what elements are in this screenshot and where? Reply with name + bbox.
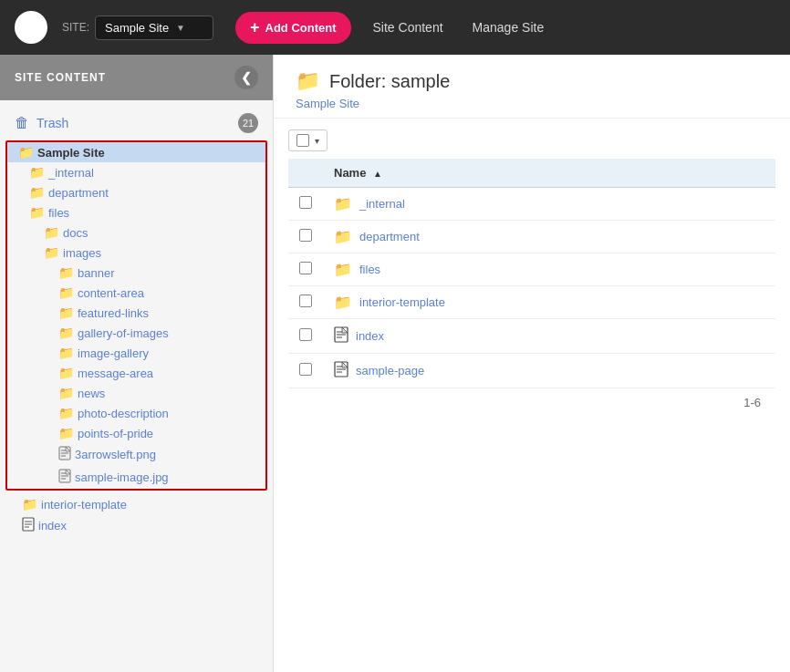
row-checkbox[interactable] [299,363,312,376]
select-all-checkbox[interactable] [296,134,309,147]
tree-label: department [48,186,109,200]
row-checkbox[interactable] [299,196,312,209]
row-name[interactable]: files [359,263,380,276]
row-name[interactable]: interior-template [359,295,445,309]
tree-item-featured-links[interactable]: 📁 featured-links [7,303,265,323]
tree-label: message-area [78,367,153,380]
tree-item-points-of-pride[interactable]: 📁 points-of-pride [7,423,265,443]
tree-item-content-area[interactable]: 📁 content-area [7,283,265,303]
tree-item-sample-site[interactable]: 📁 Sample Site [7,142,265,162]
row-page-icon [334,326,348,346]
row-name[interactable]: _internal [359,197,405,211]
pagination: 1-6 [288,388,775,417]
folder-icon: 📁 [58,326,74,340]
tree-label: news [78,387,105,400]
tree-item-message-area[interactable]: 📁 message-area [7,363,265,383]
row-checkbox[interactable] [299,229,312,242]
row-name[interactable]: index [356,329,384,343]
folder-icon: 📁 [44,245,59,260]
tree-item-photo-description[interactable]: 📁 photo-description [7,403,265,423]
content-table: Name ▲ 📁 _internal [288,159,775,388]
sidebar-header: SITE CONTENT ❮ [0,55,273,100]
collapse-button[interactable]: ❮ [234,66,258,89]
row-name[interactable]: sample-page [356,364,424,377]
folder-title-text: Folder: sample [329,71,450,92]
tree-label: featured-links [78,306,149,320]
manage-site-link[interactable]: Manage Site [465,16,552,38]
folder-icon: 📁 [29,165,45,180]
tree-item-internal[interactable]: 📁 _internal [7,162,265,182]
main-layout: SITE CONTENT ❮ 🗑 Trash 21 📁 Sample Site [0,55,790,672]
table-row: 📁 interior-template [288,286,775,319]
tree-label: points-of-pride [78,427,153,440]
folder-icon: 📁 [58,305,74,320]
tree-label: interior-template [41,498,127,512]
site-dropdown[interactable]: Sample Site ▼ [95,16,213,40]
col-name[interactable]: Name ▲ [323,159,775,188]
add-content-button[interactable]: + Add Content [235,12,351,44]
content-table-wrapper: ▾ Name ▲ [274,119,790,672]
select-all-dropdown[interactable]: ▾ [288,129,327,151]
tree-label: files [48,206,69,220]
folder-icon: 📁 [18,145,34,160]
row-checkbox[interactable] [299,262,312,274]
tree-label: sample-image.jpg [75,470,169,484]
folder-title: 📁 Folder: sample [296,69,768,93]
page-file-icon [22,517,35,534]
trash-icon: 🗑 [15,115,29,131]
trash-label: Trash [36,116,68,130]
table-row: 📁 files [288,253,775,286]
tree-label: Sample Site [37,146,105,160]
tree-label: gallery-of-images [78,326,169,340]
tree-item-images[interactable]: 📁 images [7,243,265,263]
sidebar: SITE CONTENT ❮ 🗑 Trash 21 📁 Sample Site [0,55,274,672]
tree-item-sample-image[interactable]: sample-image.jpg [7,466,265,489]
site-selector: SITE: Sample Site ▼ [62,16,213,40]
tree-item-docs[interactable]: 📁 docs [7,222,265,243]
tree-item-image-gallery[interactable]: 📁 image-gallery [7,343,265,363]
sort-asc-icon: ▲ [373,169,382,179]
tree-label: content-area [78,286,144,300]
table-header-row: Name ▲ [288,159,775,188]
folder-icon: 📁 [58,386,74,400]
col-checkbox [288,159,323,188]
tree-item-files[interactable]: 📁 files [7,202,265,222]
site-name: Sample Site [105,21,169,35]
tree-item-banner[interactable]: 📁 banner [7,263,265,283]
row-folder-icon: 📁 [334,195,352,212]
breadcrumb: Sample Site [296,97,768,110]
row-checkbox[interactable] [299,295,312,307]
tree-label: banner [78,266,114,280]
tree-item-department[interactable]: 📁 department [7,182,265,202]
image-file-icon [58,469,71,486]
table-row: 📁 _internal [288,188,775,221]
top-nav: SITE: Sample Site ▼ + Add Content Site C… [0,0,790,55]
tree-item-news[interactable]: 📁 news [7,383,265,403]
table-toolbar: ▾ [288,129,775,151]
site-label: SITE: [62,21,89,34]
tree-label: photo-description [78,407,169,420]
content-area: 📁 Folder: sample Sample Site ▾ [274,55,790,672]
trash-badge: 21 [238,113,258,133]
sidebar-title: SITE CONTENT [15,71,106,84]
folder-icon: 📁 [58,366,74,380]
tree-item-gallery-of-images[interactable]: 📁 gallery-of-images [7,323,265,343]
tree-item-3arrowsleft[interactable]: 3arrowsleft.png [7,443,265,466]
collapse-icon: ❮ [241,70,253,85]
trash-item[interactable]: 🗑 Trash 21 [0,108,273,139]
tree-item-index[interactable]: index [0,514,273,537]
tree-label: index [38,519,67,532]
row-checkbox[interactable] [299,328,312,341]
image-file-icon [58,446,71,463]
row-folder-icon: 📁 [334,261,352,278]
row-name[interactable]: department [359,230,420,243]
col-name-label: Name [334,166,366,180]
tree-label: image-gallery [78,346,149,360]
tree-item-interior-template[interactable]: 📁 interior-template [0,494,273,514]
table-row: 📁 department [288,221,775,253]
folder-icon: 📁 [58,346,74,360]
folder-icon: 📁 [58,426,74,440]
site-content-link[interactable]: Site Content [366,16,451,38]
row-folder-icon: 📁 [334,228,352,245]
breadcrumb-text: Sample Site [296,97,359,110]
